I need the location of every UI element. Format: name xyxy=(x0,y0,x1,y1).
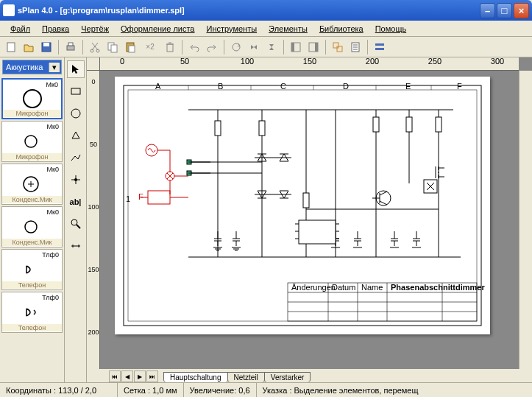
open-button[interactable] xyxy=(21,39,37,55)
palette-item[interactable]: Mк0 Микрофон xyxy=(1,121,63,162)
svg-rect-117 xyxy=(299,220,336,244)
menu-file[interactable]: Файл xyxy=(4,23,36,35)
svg-text:D: D xyxy=(343,82,349,91)
schematic-drawing: A B C D E F 1 xyxy=(115,77,490,334)
menu-drawing[interactable]: Чертёж xyxy=(75,23,115,35)
menu-help[interactable]: Помощь xyxy=(369,23,413,35)
paste-button[interactable] xyxy=(122,39,138,55)
svg-rect-52 xyxy=(148,191,170,204)
print-button[interactable] xyxy=(63,39,79,55)
settings-button[interactable] xyxy=(372,39,388,55)
svg-point-31 xyxy=(71,219,77,225)
svg-rect-74 xyxy=(406,117,412,132)
measure-tool[interactable] xyxy=(67,237,85,255)
svg-point-22 xyxy=(24,90,41,108)
status-grid: Сетка : 1,0 мм xyxy=(118,383,184,397)
sheet-tabs: ⏮ ◀ ▶ ⏭ Hauptschaltung Netzteil Verstark… xyxy=(87,369,532,382)
pointer-tool[interactable] xyxy=(67,60,85,78)
title-bar: sPlan 4.0 - [g:\program\rusplan\dimmer.s… xyxy=(0,0,532,21)
app-icon xyxy=(3,4,15,16)
sheet-tab[interactable]: Verstarker xyxy=(264,372,311,382)
rotate-button[interactable] xyxy=(228,39,244,55)
ruler-corner xyxy=(87,57,100,71)
palette-item[interactable]: Тлф0 Телефон xyxy=(1,292,63,333)
duplicate-button[interactable]: ×2 xyxy=(140,39,160,55)
sheet-tab[interactable]: Hauptschaltung xyxy=(163,372,228,382)
svg-text:Änderungen: Änderungen xyxy=(291,283,336,292)
palette-item[interactable]: Mк0 Микрофон xyxy=(1,78,63,119)
svg-rect-28 xyxy=(71,88,80,94)
svg-point-23 xyxy=(25,136,37,147)
circle-tool[interactable] xyxy=(67,105,85,122)
undo-button[interactable] xyxy=(186,39,202,55)
svg-rect-73 xyxy=(373,117,379,132)
svg-rect-2 xyxy=(43,43,49,46)
mirror-h-button[interactable] xyxy=(246,39,262,55)
status-bar: Координаты : 113,0 / 2,0 Сетка : 1,0 мм … xyxy=(0,382,532,397)
menu-bar: Файл Правка Чертёж Оформление листа Инст… xyxy=(0,21,532,37)
svg-rect-72 xyxy=(303,193,309,208)
properties-button[interactable] xyxy=(347,39,363,55)
svg-rect-16 xyxy=(315,43,318,52)
redo-button[interactable] xyxy=(204,39,220,55)
svg-rect-18 xyxy=(337,46,342,52)
delete-button[interactable] xyxy=(162,39,178,55)
palette-item[interactable]: Mк0 Конденс.Мик xyxy=(1,164,63,205)
svg-rect-11 xyxy=(167,44,173,52)
toolbar: ×2 xyxy=(0,37,532,57)
text-tool[interactable]: ab| xyxy=(67,193,85,211)
svg-text:Name: Name xyxy=(361,283,383,292)
svg-rect-75 xyxy=(436,117,441,132)
rectangle-tool[interactable] xyxy=(67,82,85,100)
ruler-horizontal: 0 50 100 150 200 250 300 xyxy=(100,57,519,71)
snap-right-button[interactable] xyxy=(305,39,322,55)
palette-items: Mк0 Микрофон Mк0 Микрофон Mк0 Конденс.Ми… xyxy=(0,77,64,382)
junction-tool[interactable] xyxy=(67,171,85,189)
tab-prev-button[interactable]: ◀ xyxy=(121,370,133,382)
palette-item[interactable]: Mк0 Конденс.Мик xyxy=(1,206,63,247)
svg-text:F: F xyxy=(138,192,143,201)
maximize-button[interactable]: □ xyxy=(497,3,512,18)
save-button[interactable] xyxy=(38,39,54,55)
svg-rect-70 xyxy=(215,121,221,136)
sheet-tab[interactable]: Netzteil xyxy=(227,372,265,382)
minimize-button[interactable]: – xyxy=(480,3,495,18)
polygon-tool[interactable] xyxy=(67,127,85,144)
tab-first-button[interactable]: ⏮ xyxy=(109,370,121,382)
line-tool[interactable] xyxy=(67,149,85,166)
palette-item[interactable]: Тлф0 Телефон xyxy=(1,249,63,290)
svg-text:Datum: Datum xyxy=(332,283,355,292)
window-title: sPlan 4.0 - [g:\program\rusplan\dimmer.s… xyxy=(18,6,478,15)
svg-line-80 xyxy=(380,192,387,195)
close-button[interactable]: × xyxy=(514,3,529,18)
svg-rect-4 xyxy=(68,43,73,46)
svg-point-29 xyxy=(71,109,80,118)
svg-text:C: C xyxy=(280,82,286,91)
menu-library[interactable]: Библиотека xyxy=(313,23,369,35)
drawing-page[interactable]: A B C D E F 1 xyxy=(115,77,490,334)
tool-tray: ab| xyxy=(65,57,87,382)
zoom-tool[interactable] xyxy=(67,215,85,233)
menu-edit[interactable]: Правка xyxy=(36,23,75,35)
scrollbar-vertical[interactable] xyxy=(519,71,532,369)
tab-next-button[interactable]: ▶ xyxy=(134,370,146,382)
snap-left-button[interactable] xyxy=(288,39,304,55)
drawing-viewport[interactable]: A B C D E F 1 xyxy=(100,71,519,369)
ruler-vertical: 0 50 100 150 200 xyxy=(87,71,100,369)
new-button[interactable] xyxy=(3,39,19,55)
svg-rect-14 xyxy=(291,43,294,52)
svg-text:A: A xyxy=(155,82,161,91)
cut-button[interactable] xyxy=(87,39,103,55)
svg-text:E: E xyxy=(405,82,411,91)
mirror-v-button[interactable] xyxy=(263,39,280,55)
menu-page-layout[interactable]: Оформление листа xyxy=(115,23,200,35)
copy-button[interactable] xyxy=(104,39,121,55)
svg-line-32 xyxy=(77,225,80,228)
group-button[interactable] xyxy=(330,39,346,55)
svg-rect-20 xyxy=(375,43,384,46)
menu-elements[interactable]: Элементы xyxy=(263,23,313,35)
menu-instruments[interactable]: Инструменты xyxy=(201,23,263,35)
tab-last-button[interactable]: ⏭ xyxy=(146,370,158,382)
category-dropdown[interactable]: Аккустика xyxy=(2,60,62,74)
status-hint: Указка : Выделение элементов, перемещ xyxy=(257,383,532,397)
